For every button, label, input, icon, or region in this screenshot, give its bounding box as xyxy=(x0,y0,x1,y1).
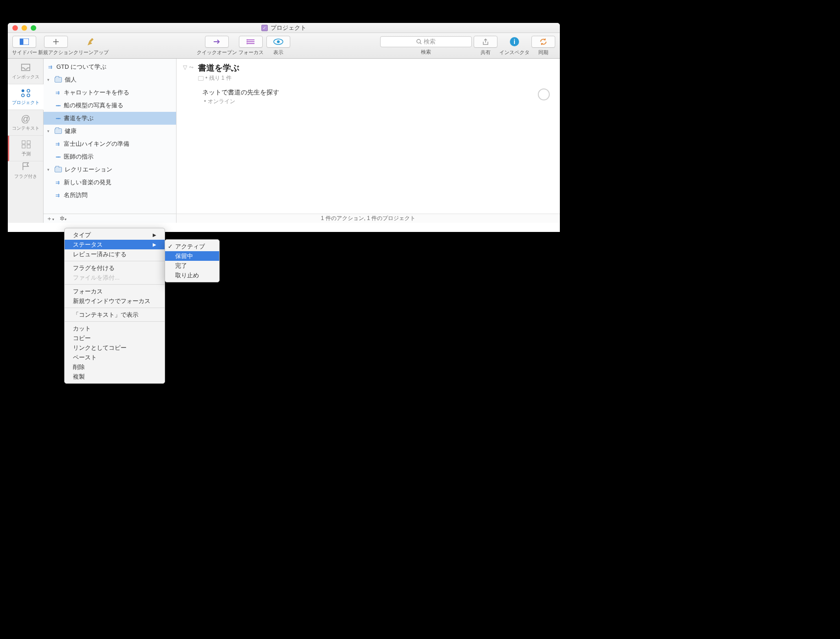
svg-point-12 xyxy=(22,94,24,97)
parallel-icon xyxy=(55,142,61,146)
menu-item[interactable]: ステータス▶ xyxy=(65,240,165,249)
menu-item[interactable]: タイプ▶ xyxy=(65,230,165,240)
perspective-contexts[interactable]: @ コンテキスト xyxy=(8,110,43,136)
perspective-forecast[interactable]: 予測 xyxy=(8,136,43,161)
perspective-projects[interactable]: プロジェクト xyxy=(8,84,44,110)
task-checkbox[interactable] xyxy=(538,88,550,100)
sequential-icon xyxy=(55,116,61,121)
sidebar-button[interactable]: サイドバー xyxy=(11,34,38,58)
sidebar-project[interactable]: 富士山ハイキングの準備 xyxy=(44,138,176,150)
sidebar-project[interactable]: 名所訪問 xyxy=(44,189,176,202)
sidebar-project[interactable]: 船の模型の写真を撮る xyxy=(44,99,176,112)
new-action-button[interactable]: 新規アクション xyxy=(38,34,73,58)
tree-label: 名所訪問 xyxy=(64,191,88,199)
sequential-icon xyxy=(55,154,61,159)
minimize-icon[interactable] xyxy=(22,25,27,31)
inspector-button[interactable]: i インスペクタ xyxy=(499,34,530,58)
submenu-item[interactable]: 保留中 xyxy=(165,251,219,261)
perspective-flagged[interactable]: フラグ付き xyxy=(8,161,43,180)
search-input[interactable]: 検索 xyxy=(380,36,472,47)
menu-item[interactable]: レビュー済みにする xyxy=(65,249,165,259)
parallel-icon xyxy=(55,193,61,198)
sidebar-footer: ＋▾ ✲▾ xyxy=(44,214,176,223)
svg-point-11 xyxy=(27,89,30,92)
menu-item[interactable]: 新規ウインドウでフォーカス xyxy=(65,296,165,306)
svg-text:i: i xyxy=(514,38,515,45)
sidebar-project[interactable]: GTD について学ぶ xyxy=(44,61,176,73)
tree-label: GTD について学ぶ xyxy=(56,63,106,71)
menu-item[interactable]: カット xyxy=(65,324,165,333)
parallel-icon xyxy=(47,65,54,69)
sidebar-project[interactable]: 医師の指示 xyxy=(44,150,176,163)
task-subtext: • オンライン xyxy=(202,98,279,105)
sequential-icon: ⤳ xyxy=(189,64,193,82)
tree-label: キャロットケーキを作る xyxy=(64,88,129,97)
disclosure-icon[interactable]: ▽ xyxy=(183,64,187,82)
quick-open-button[interactable]: クイックオープン xyxy=(197,34,237,58)
app-icon: ✓ xyxy=(261,25,268,31)
svg-point-3 xyxy=(247,41,248,42)
status-submenu: ✓アクティブ保留中完了取り止め xyxy=(165,239,220,282)
info-icon: i xyxy=(509,37,519,47)
zoom-icon[interactable] xyxy=(31,25,36,31)
task-row[interactable]: ネットで書道の先生を探す • オンライン xyxy=(183,84,553,108)
chevron-down-icon[interactable]: ▾ xyxy=(47,77,52,82)
traffic-lights xyxy=(8,25,36,31)
submenu-item[interactable]: 取り止め xyxy=(165,270,219,280)
flag-icon xyxy=(22,162,30,171)
focus-button[interactable]: フォーカス xyxy=(237,34,265,58)
submenu-item[interactable]: 完了 xyxy=(165,261,219,270)
window-title: ✓ プロジェクト xyxy=(261,24,306,32)
gear-button[interactable]: ✲▾ xyxy=(60,215,66,222)
note-icon xyxy=(198,76,204,81)
sidebar-project[interactable]: 新しい音楽の発見 xyxy=(44,176,176,189)
svg-rect-1 xyxy=(20,39,23,45)
view-button[interactable]: 表示 xyxy=(265,34,292,58)
sidebar-folder[interactable]: ▾健康 xyxy=(44,125,176,138)
menu-item[interactable]: 複製 xyxy=(65,372,165,381)
menu-item[interactable]: 「コンテキスト」で表示 xyxy=(65,310,165,320)
cleanup-button[interactable]: クリーンアップ xyxy=(73,34,109,58)
svg-rect-17 xyxy=(22,145,25,148)
window-title-text: プロジェクト xyxy=(271,24,306,32)
sequential-icon xyxy=(55,103,61,108)
menu-item[interactable]: リンクとしてコピー xyxy=(65,343,165,353)
svg-point-13 xyxy=(27,94,30,97)
sidebar-project[interactable]: キャロットケーキを作る xyxy=(44,86,176,99)
folder-icon xyxy=(55,128,62,134)
share-icon xyxy=(482,38,489,45)
submenu-item[interactable]: ✓アクティブ xyxy=(165,242,219,251)
sync-button[interactable]: 同期 xyxy=(530,34,557,58)
menu-item[interactable]: ペースト xyxy=(65,353,165,362)
menu-item: ファイルを添付... xyxy=(65,273,165,282)
chevron-down-icon[interactable]: ▾ xyxy=(47,167,52,172)
chevron-right-icon: ▶ xyxy=(153,242,156,247)
svg-rect-15 xyxy=(22,141,25,144)
svg-text:@: @ xyxy=(21,114,30,123)
add-button[interactable]: ＋▾ xyxy=(46,215,54,223)
share-button[interactable]: 共有 xyxy=(472,34,499,58)
menu-item[interactable]: コピー xyxy=(65,333,165,343)
sync-icon xyxy=(539,38,547,46)
folder-icon xyxy=(55,77,62,83)
menu-item[interactable]: フォーカス xyxy=(65,286,165,296)
sidebar-folder[interactable]: ▾レクリエーション xyxy=(44,163,176,176)
grid-icon xyxy=(22,140,31,149)
menu-item[interactable]: フラグを付ける xyxy=(65,263,165,273)
eye-icon xyxy=(273,39,283,45)
projects-icon xyxy=(21,88,31,98)
perspective-inbox[interactable]: インボックス xyxy=(8,59,43,84)
chevron-down-icon[interactable]: ▾ xyxy=(47,129,52,133)
inbox-icon xyxy=(21,63,31,72)
svg-point-6 xyxy=(277,40,280,43)
main-body: ▽ ⤳ 書道を学ぶ • 残り 1 件 ネットで書道の先生を探す xyxy=(177,59,560,214)
menu-separator xyxy=(65,308,165,308)
project-title[interactable]: 書道を学ぶ xyxy=(198,62,239,73)
tree-label: 個人 xyxy=(65,76,77,84)
sidebar-project[interactable]: 書道を学ぶ xyxy=(44,112,176,125)
menu-item[interactable]: 削除 xyxy=(65,362,165,372)
search-icon xyxy=(416,39,422,44)
close-icon[interactable] xyxy=(12,25,18,31)
context-menu: タイプ▶ステータス▶レビュー済みにするフラグを付けるファイルを添付...フォーカ… xyxy=(64,228,165,384)
sidebar-folder[interactable]: ▾個人 xyxy=(44,73,176,86)
